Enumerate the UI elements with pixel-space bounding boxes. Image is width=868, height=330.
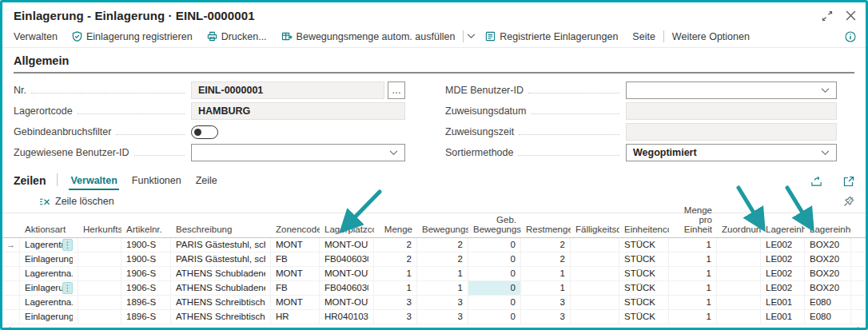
cell-lagerplatzcode[interactable]: FB04060301 bbox=[320, 281, 374, 295]
cell-bewegungsmenge[interactable]: 1 bbox=[417, 281, 468, 295]
cell-artikelnr[interactable]: 1906-S bbox=[121, 267, 171, 280]
cell-aktionsart[interactable]: Lagerentna...⋮ bbox=[20, 296, 78, 309]
cell-beschreibung[interactable]: ATHENS Schubladenelement bbox=[171, 267, 271, 280]
col-lagereinheit[interactable]: Lagereinheit bbox=[761, 225, 805, 237]
row-selector[interactable]: → bbox=[2, 296, 20, 309]
col-lagerplatzcode[interactable]: Lagerplatzco... bbox=[320, 225, 374, 237]
col-restmenge[interactable]: Restmenge bbox=[521, 225, 571, 237]
cell-restmenge[interactable]: 2 bbox=[521, 252, 571, 266]
delete-line-button[interactable]: Zeile löschen bbox=[39, 196, 114, 207]
cell-zonencode[interactable]: FB bbox=[271, 252, 320, 266]
cell-artikelnr[interactable]: 1900-S bbox=[121, 238, 171, 252]
cell-lagereinheit[interactable]: LE002 bbox=[761, 252, 805, 266]
zuweisungsdatum-field[interactable] bbox=[626, 102, 837, 120]
cell-artikelnr[interactable]: 1900-S bbox=[121, 252, 171, 266]
cell-herkunftsnr[interactable] bbox=[78, 238, 121, 252]
share-icon[interactable] bbox=[810, 176, 822, 190]
cell-lagerplatzcode[interactable]: MONT-OUT bbox=[320, 238, 374, 252]
allgemein-section-header[interactable]: Allgemein bbox=[14, 54, 854, 74]
gebindeanbruchsfilter-toggle[interactable] bbox=[191, 125, 218, 139]
cell-zuordnung[interactable] bbox=[717, 267, 761, 280]
table-row[interactable]: → Lagerentna...⋮ 1906-S ATHENS Schublade… bbox=[2, 267, 866, 281]
cell-artikelnr[interactable]: 1906-S bbox=[121, 281, 171, 295]
cell-zuordnung[interactable] bbox=[717, 296, 761, 309]
cell-herkunftsnr[interactable] bbox=[78, 296, 121, 309]
cell-menge[interactable]: 3 bbox=[374, 296, 417, 309]
cell-herkunftsnr[interactable] bbox=[78, 310, 121, 324]
cell-menge-pro-einheit[interactable]: 1 bbox=[669, 267, 717, 280]
cell-menge[interactable]: 2 bbox=[374, 238, 417, 252]
cell-restmenge[interactable]: 1 bbox=[521, 267, 571, 280]
cell-beschreibung[interactable]: PARIS Gästestuhl, schwarz bbox=[171, 238, 271, 252]
open-in-new-window-icon[interactable] bbox=[843, 176, 854, 190]
cell-menge-pro-einheit[interactable]: 1 bbox=[669, 281, 717, 295]
cell-faelligkeitsdatum[interactable] bbox=[571, 281, 619, 295]
cell-menge-pro-einheit[interactable]: 1 bbox=[669, 252, 717, 266]
cell-lagereinheit2[interactable]: BOX20 bbox=[805, 267, 851, 280]
cell-lagereinheit[interactable]: LE002 bbox=[761, 281, 805, 295]
cell-zuordnung[interactable] bbox=[717, 238, 761, 252]
cell-menge[interactable]: 1 bbox=[374, 281, 417, 295]
cell-geb-bewegungsmenge[interactable]: 0 bbox=[468, 296, 521, 309]
cell-menge[interactable]: 1 bbox=[374, 267, 417, 280]
cell-herkunftsnr[interactable] bbox=[78, 281, 121, 295]
row-selector[interactable]: → bbox=[2, 281, 20, 295]
cell-beschreibung[interactable]: ATHENS Schreibtisch bbox=[171, 296, 271, 309]
cell-lagereinheit[interactable]: LE002 bbox=[761, 267, 805, 280]
cell-aktionsart[interactable]: Lagerentna...⋮ bbox=[20, 267, 78, 280]
row-menu-icon[interactable]: ⋮ bbox=[62, 239, 73, 251]
chevron-down-icon[interactable] bbox=[821, 150, 830, 156]
col-geb-bewegungsmenge[interactable]: Geb. Bewegungsm... bbox=[468, 215, 521, 237]
chevron-down-icon[interactable] bbox=[389, 150, 398, 156]
cell-einheitencode[interactable]: STÜCK bbox=[619, 310, 669, 324]
cell-zuordnung[interactable] bbox=[717, 252, 761, 266]
table-row[interactable]: → Einlagerung⋮ 1906-S ATHENS Schubladene… bbox=[2, 281, 866, 296]
col-aktionsart[interactable]: Aktionsart bbox=[20, 225, 78, 237]
cell-bewegungsmenge[interactable]: 1 bbox=[417, 267, 468, 280]
table-row[interactable]: → Lagerentna...⋮ 1896-S ATHENS Schreibti… bbox=[2, 296, 866, 310]
cell-geb-bewegungsmenge[interactable]: 0 bbox=[468, 252, 521, 266]
cell-menge[interactable]: 2 bbox=[374, 252, 417, 266]
registered-putaways-button[interactable]: Registrierte Einlagerungen bbox=[485, 31, 618, 42]
row-selector[interactable]: → bbox=[2, 252, 20, 266]
cell-lagereinheit2[interactable]: E080 bbox=[805, 296, 851, 309]
cell-bewegungsmenge[interactable]: 3 bbox=[417, 296, 468, 309]
cell-lagereinheit[interactable]: LE001 bbox=[761, 310, 805, 324]
cell-beschreibung[interactable]: PARIS Gästestuhl, schwarz bbox=[171, 252, 271, 266]
cell-geb-bewegungsmenge[interactable]: 0 bbox=[468, 238, 521, 252]
cell-einheitencode[interactable]: STÜCK bbox=[619, 296, 669, 309]
cell-bewegungsmenge[interactable]: 3 bbox=[417, 310, 468, 324]
col-artikelnr[interactable]: Artikelnr. bbox=[121, 225, 171, 237]
cell-lagereinheit2[interactable]: E080 bbox=[805, 310, 851, 324]
collapse-window-icon[interactable] bbox=[822, 10, 833, 22]
cell-lagereinheit[interactable]: LE002 bbox=[761, 238, 805, 252]
col-zuordnung[interactable]: Zuordnun... bbox=[717, 225, 761, 237]
cell-lagerplatzcode[interactable]: MONT-OUT bbox=[320, 267, 374, 280]
cell-faelligkeitsdatum[interactable] bbox=[571, 296, 619, 309]
col-menge-pro-einheit[interactable]: Menge pro Einheit bbox=[669, 205, 717, 237]
cell-herkunftsnr[interactable] bbox=[78, 267, 121, 280]
cell-menge-pro-einheit[interactable]: 1 bbox=[669, 238, 717, 252]
toolbar-verwalten[interactable]: Verwalten bbox=[14, 31, 58, 42]
cell-lagereinheit[interactable]: LE001 bbox=[761, 296, 805, 309]
chevron-down-icon[interactable] bbox=[467, 34, 476, 39]
cell-faelligkeitsdatum[interactable] bbox=[571, 238, 619, 252]
col-herkunftsnr[interactable]: Herkunftsnr. bbox=[78, 225, 121, 237]
row-selector[interactable]: → bbox=[2, 238, 20, 252]
scroll-left-icon[interactable] bbox=[6, 327, 10, 330]
cell-restmenge[interactable]: 3 bbox=[521, 296, 571, 309]
tab-funktionen[interactable]: Funktionen bbox=[130, 175, 183, 190]
cell-faelligkeitsdatum[interactable] bbox=[571, 252, 619, 266]
cell-beschreibung[interactable]: ATHENS Schreibtisch bbox=[171, 310, 271, 324]
cell-geb-bewegungsmenge[interactable]: 0 bbox=[468, 310, 521, 324]
cell-zonencode[interactable]: MONT bbox=[271, 267, 320, 280]
scroll-right-icon[interactable] bbox=[858, 327, 862, 330]
info-icon[interactable] bbox=[845, 31, 856, 42]
sortiermethode-field[interactable]: Wegoptimiert bbox=[626, 144, 837, 161]
mde-benutzer-field[interactable] bbox=[626, 82, 837, 99]
register-putaway-button[interactable]: Einlagerung registrieren bbox=[72, 31, 193, 42]
cell-einheitencode[interactable]: STÜCK bbox=[619, 267, 669, 280]
cell-herkunftsnr[interactable] bbox=[78, 252, 121, 266]
cell-aktionsart[interactable]: Einlagerung⋮ bbox=[20, 310, 78, 324]
col-menge[interactable]: Menge bbox=[374, 225, 417, 237]
